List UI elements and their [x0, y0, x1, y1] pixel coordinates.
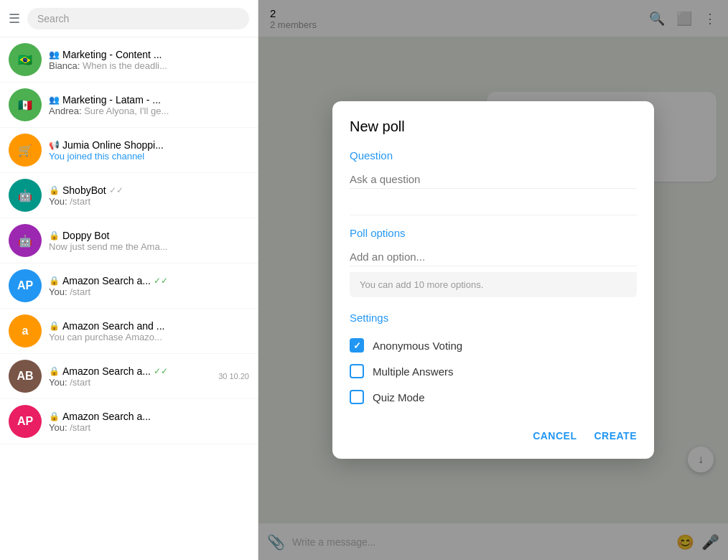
- avatar: 🇧🇷: [9, 43, 42, 76]
- chat-info: 🔒 ShobyBot ✓✓ You: /start: [49, 185, 249, 207]
- dialog-actions: CANCEL CREATE: [350, 424, 637, 442]
- chat-info: 🔒 Amazon Search a... You: /start: [49, 411, 249, 433]
- poll-options-section: Poll options: [350, 227, 637, 266]
- avatar: AP: [9, 405, 42, 438]
- chat-info: 🔒 Amazon Search a... ✓✓ You: /start: [49, 275, 249, 297]
- chat-name: 🔒 Amazon Search and ...: [49, 320, 249, 332]
- avatar: 🛒: [9, 134, 42, 167]
- sidebar: ☰ Search 🇧🇷 👥 Marketing - Content ... Bi…: [0, 0, 258, 560]
- chat-preview: You: /start: [49, 286, 249, 297]
- divider-1: [350, 215, 637, 215]
- search-input[interactable]: Search: [27, 8, 249, 29]
- modal-overlay: New poll Question Poll options You can a…: [258, 0, 728, 560]
- options-hint: You can add 10 more options.: [350, 272, 637, 297]
- quiz-mode-row: Quiz Mode: [350, 384, 637, 410]
- multiple-answers-row: Multiple Answers: [350, 358, 637, 384]
- quiz-mode-checkbox[interactable]: [350, 390, 364, 404]
- chat-preview: You: /start: [49, 422, 249, 433]
- chat-item[interactable]: 🤖 🔒 Doppy Bot Now just send me the Ama..…: [0, 218, 258, 263]
- chat-name: 🔒 Doppy Bot: [49, 230, 249, 241]
- avatar: a: [9, 314, 42, 347]
- chat-info: 🔒 Doppy Bot Now just send me the Ama...: [49, 230, 249, 252]
- avatar: 🇲🇽: [9, 88, 42, 121]
- chat-item[interactable]: 🛒 📢 Jumia Online Shoppi... You joined th…: [0, 128, 258, 173]
- chat-info: 👥 Marketing - Content ... Bianca: When i…: [49, 49, 249, 71]
- chat-name: 🔒 Amazon Search a... ✓✓: [49, 275, 249, 286]
- chat-meta: 30 10.20: [218, 372, 249, 381]
- create-button[interactable]: CREATE: [594, 430, 637, 442]
- dialog-title: New poll: [350, 118, 637, 135]
- chat-preview: You joined this channel: [49, 151, 249, 162]
- chat-item[interactable]: 🇧🇷 👥 Marketing - Content ... Bianca: Whe…: [0, 37, 258, 83]
- chat-item[interactable]: AP 🔒 Amazon Search a... You: /start: [0, 399, 258, 444]
- avatar: AP: [9, 269, 42, 302]
- hamburger-icon[interactable]: ☰: [9, 11, 20, 27]
- avatar: AB: [9, 360, 42, 393]
- settings-section: Settings ✓ Anonymous Voting Multiple Ans…: [350, 312, 637, 410]
- question-section-label: Question: [350, 149, 637, 162]
- sidebar-header: ☰ Search: [0, 0, 258, 37]
- chat-info: 🔒 Amazon Search and ... You can purchase…: [49, 320, 249, 342]
- poll-options-label: Poll options: [350, 227, 637, 239]
- multiple-answers-label: Multiple Answers: [373, 365, 454, 378]
- chat-preview: You: /start: [49, 196, 249, 207]
- chat-item[interactable]: 🤖 🔒 ShobyBot ✓✓ You: /start: [0, 173, 258, 218]
- chat-name: 🔒 ShobyBot ✓✓: [49, 185, 249, 196]
- chat-item[interactable]: AB 🔒 Amazon Search a... ✓✓ You: /start 3…: [0, 354, 258, 399]
- multiple-answers-checkbox[interactable]: [350, 364, 364, 378]
- chat-list: 🇧🇷 👥 Marketing - Content ... Bianca: Whe…: [0, 37, 258, 560]
- checkmark-icon: ✓: [353, 340, 361, 351]
- chat-preview: You: /start: [49, 377, 211, 388]
- add-option-input[interactable]: [350, 248, 637, 266]
- chat-item[interactable]: a 🔒 Amazon Search and ... You can purcha…: [0, 309, 258, 354]
- anonymous-voting-checkbox[interactable]: ✓: [350, 338, 364, 353]
- chat-info: 🔒 Amazon Search a... ✓✓ You: /start: [49, 365, 211, 388]
- chat-name: 📢 Jumia Online Shoppi...: [49, 139, 249, 151]
- chat-preview: You can purchase Amazo...: [49, 332, 249, 342]
- quiz-mode-label: Quiz Mode: [373, 391, 425, 403]
- chat-preview: Andrea: Sure Alyona, I'll ge...: [49, 106, 249, 116]
- chat-info: 👥 Marketing - Latam - ... Andrea: Sure A…: [49, 94, 249, 116]
- question-input[interactable]: [350, 170, 637, 189]
- chat-info: 📢 Jumia Online Shoppi... You joined this…: [49, 139, 249, 162]
- anonymous-voting-label: Anonymous Voting: [373, 340, 462, 352]
- main-area: 2 2 members 🔍 ⬜ ⋮ Welcome to this group.…: [258, 0, 728, 560]
- chat-preview: Now just send me the Ama...: [49, 241, 249, 252]
- avatar: 🤖: [9, 179, 42, 212]
- avatar: 🤖: [9, 224, 42, 257]
- chat-preview: Bianca: When is the deadli...: [49, 60, 249, 71]
- chat-name: 🔒 Amazon Search a...: [49, 411, 249, 422]
- chat-name: 🔒 Amazon Search a... ✓✓: [49, 365, 211, 377]
- cancel-button[interactable]: CANCEL: [533, 430, 577, 442]
- chat-name: 👥 Marketing - Latam - ...: [49, 94, 249, 106]
- anonymous-voting-row: ✓ Anonymous Voting: [350, 332, 637, 358]
- settings-label: Settings: [350, 312, 637, 324]
- chat-item[interactable]: AP 🔒 Amazon Search a... ✓✓ You: /start: [0, 263, 258, 309]
- new-poll-dialog: New poll Question Poll options You can a…: [332, 101, 654, 459]
- chat-item[interactable]: 🇲🇽 👥 Marketing - Latam - ... Andrea: Sur…: [0, 83, 258, 128]
- chat-name: 👥 Marketing - Content ...: [49, 49, 249, 60]
